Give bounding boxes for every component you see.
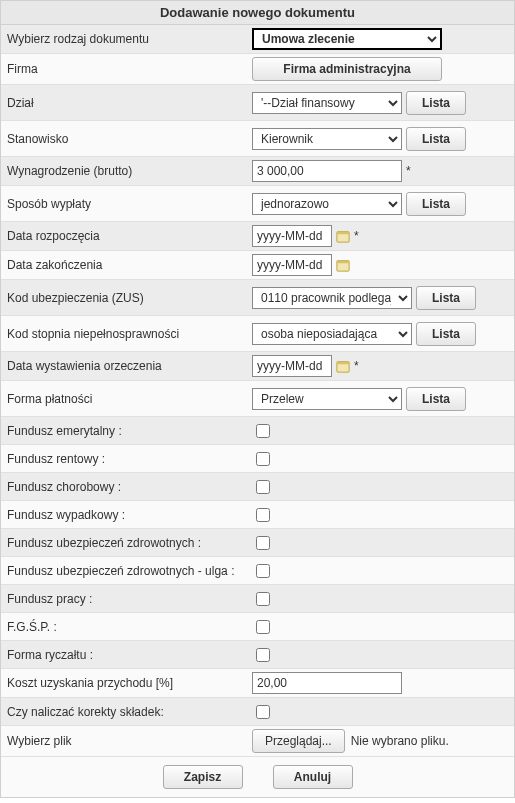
- stanowisko-select[interactable]: Kierownik: [252, 128, 402, 150]
- kod-niepel-select[interactable]: osoba nieposiadająca: [252, 323, 412, 345]
- required-star: *: [354, 229, 359, 243]
- korekty-checkbox[interactable]: [256, 705, 270, 719]
- stanowisko-lista-button[interactable]: Lista: [406, 127, 466, 151]
- calendar-icon[interactable]: [336, 258, 350, 272]
- f-emerytalny-checkbox[interactable]: [256, 424, 270, 438]
- label-f-chorobowy: Fundusz chorobowy :: [7, 480, 252, 494]
- svg-rect-3: [337, 261, 349, 264]
- cancel-button[interactable]: Anuluj: [273, 765, 353, 789]
- koszt-input[interactable]: [252, 672, 402, 694]
- svg-rect-1: [337, 232, 349, 235]
- wynagrodzenie-input[interactable]: [252, 160, 402, 182]
- zus-lista-button[interactable]: Lista: [416, 286, 476, 310]
- f-zdrowotny-checkbox[interactable]: [256, 536, 270, 550]
- label-sposob: Sposób wypłaty: [7, 197, 252, 211]
- label-stanowisko: Stanowisko: [7, 132, 252, 146]
- sposob-select[interactable]: jednorazowo: [252, 193, 402, 215]
- label-f-wypadkowy: Fundusz wypadkowy :: [7, 508, 252, 522]
- label-data-rozpoczecia: Data rozpoczęcia: [7, 229, 252, 243]
- forma-platnosci-select[interactable]: Przelew: [252, 388, 402, 410]
- label-f-zdrowotny: Fundusz ubezpieczeń zdrowotnych :: [7, 536, 252, 550]
- data-rozpoczecia-input[interactable]: [252, 225, 332, 247]
- data-orzeczenia-input[interactable]: [252, 355, 332, 377]
- f-zdrowotny-ulga-checkbox[interactable]: [256, 564, 270, 578]
- f-chorobowy-checkbox[interactable]: [256, 480, 270, 494]
- doc-type-select[interactable]: Umowa zlecenie: [252, 28, 442, 50]
- label-f-pracy: Fundusz pracy :: [7, 592, 252, 606]
- dzial-select[interactable]: '--Dział finansowy: [252, 92, 402, 114]
- page-title: Dodawanie nowego dokumentu: [1, 1, 514, 25]
- calendar-icon[interactable]: [336, 229, 350, 243]
- label-data-orzeczenia: Data wystawienia orzeczenia: [7, 359, 252, 373]
- label-wynagrodzenie: Wynagrodzenie (brutto): [7, 164, 252, 178]
- data-zakonczenia-input[interactable]: [252, 254, 332, 276]
- svg-rect-5: [337, 362, 349, 365]
- kod-zus-select[interactable]: 0110 pracownik podlegający: [252, 287, 412, 309]
- label-korekty: Czy naliczać korekty składek:: [7, 705, 252, 719]
- f-rentowy-checkbox[interactable]: [256, 452, 270, 466]
- browse-button[interactable]: Przeglądaj...: [252, 729, 345, 753]
- label-kod-zus: Kod ubezpieczenia (ZUS): [7, 291, 252, 305]
- label-f-zdrowotny-ulga: Fundusz ubezpieczeń zdrowotnych - ulga :: [7, 564, 252, 578]
- label-doc-type: Wybierz rodzaj dokumentu: [7, 32, 252, 46]
- label-plik: Wybierz plik: [7, 734, 252, 748]
- dzial-lista-button[interactable]: Lista: [406, 91, 466, 115]
- label-fgsp: F.G.Ś.P. :: [7, 620, 252, 634]
- platnosc-lista-button[interactable]: Lista: [406, 387, 466, 411]
- niepel-lista-button[interactable]: Lista: [416, 322, 476, 346]
- label-forma-platnosci: Forma płatności: [7, 392, 252, 406]
- calendar-icon[interactable]: [336, 359, 350, 373]
- fgsp-checkbox[interactable]: [256, 620, 270, 634]
- f-wypadkowy-checkbox[interactable]: [256, 508, 270, 522]
- f-pracy-checkbox[interactable]: [256, 592, 270, 606]
- label-kod-niepel: Kod stopnia niepełnosprawności: [7, 327, 252, 341]
- label-dzial: Dział: [7, 96, 252, 110]
- label-data-zakonczenia: Data zakończenia: [7, 258, 252, 272]
- required-star: *: [354, 359, 359, 373]
- firma-button[interactable]: Firma administracyjna: [252, 57, 442, 81]
- label-f-emerytalny: Fundusz emerytalny :: [7, 424, 252, 438]
- sposob-lista-button[interactable]: Lista: [406, 192, 466, 216]
- ryczalt-checkbox[interactable]: [256, 648, 270, 662]
- label-firma: Firma: [7, 62, 252, 76]
- label-f-rentowy: Fundusz rentowy :: [7, 452, 252, 466]
- label-koszt: Koszt uzyskania przychodu [%]: [7, 676, 252, 690]
- label-ryczalt: Forma ryczałtu :: [7, 648, 252, 662]
- required-star: *: [406, 164, 411, 178]
- file-status-text: Nie wybrano pliku.: [351, 734, 449, 748]
- save-button[interactable]: Zapisz: [163, 765, 243, 789]
